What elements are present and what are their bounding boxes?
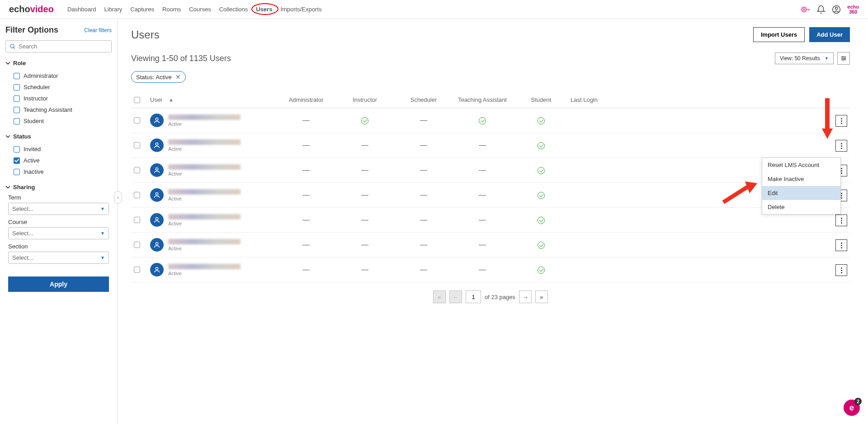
course-label: Course — [8, 219, 112, 225]
role-instructor[interactable]: Instructor — [5, 93, 112, 104]
page-first-button[interactable]: « — [433, 291, 446, 303]
sidebar-collapse-button[interactable]: ‹ — [114, 191, 122, 204]
dash-icon: — — [479, 216, 486, 224]
check-icon — [538, 167, 545, 174]
header-student[interactable]: Student — [512, 96, 571, 103]
section-label: Section — [8, 243, 112, 250]
echo360-line1: echo — [847, 5, 859, 10]
search-box[interactable] — [5, 40, 112, 52]
header-ta[interactable]: Teaching Assistant — [453, 96, 512, 103]
clear-filters-link[interactable]: Clear filters — [84, 27, 112, 33]
search-input[interactable] — [19, 43, 108, 50]
status-group-toggle[interactable]: Status — [5, 133, 112, 140]
select-all-checkbox[interactable] — [134, 97, 140, 103]
row-more-button[interactable] — [835, 115, 847, 127]
table-row: Active———— — [131, 158, 850, 183]
nav-users[interactable]: Users — [256, 6, 272, 13]
status-inactive[interactable]: Inactive — [5, 166, 112, 177]
add-user-button[interactable]: Add User — [809, 27, 850, 42]
sharing-label: Sharing — [13, 184, 35, 191]
cell-admin: — — [277, 191, 335, 199]
avatar — [150, 188, 164, 202]
row-checkbox[interactable] — [134, 192, 140, 198]
nav-dashboard[interactable]: Dashboard — [67, 6, 96, 13]
page-next-button[interactable]: → — [519, 291, 532, 303]
check-icon — [479, 117, 486, 124]
help-badge[interactable]: e2 — [844, 400, 860, 416]
row-more-button[interactable] — [835, 214, 847, 226]
check-icon — [538, 242, 545, 249]
section-select[interactable]: Select...▼ — [8, 252, 109, 264]
notifications-icon[interactable] — [816, 5, 826, 14]
row-checkbox[interactable] — [134, 242, 140, 248]
row-checkbox[interactable] — [134, 117, 140, 124]
echo360-icon[interactable]: echo 360 — [847, 5, 859, 14]
header-admin[interactable]: Administrator — [277, 96, 335, 103]
cell-student — [512, 167, 571, 174]
nav-collections[interactable]: Collections — [219, 6, 248, 13]
svg-point-2 — [835, 7, 838, 10]
row-checkbox[interactable] — [134, 267, 140, 273]
menu-make-inactive[interactable]: Make Inactive — [762, 172, 840, 186]
header-login[interactable]: Last Login — [571, 96, 638, 103]
course-select[interactable]: Select...▼ — [8, 227, 109, 239]
dash-icon: — — [302, 116, 310, 124]
dash-icon: — — [361, 141, 368, 149]
apply-button[interactable]: Apply — [8, 276, 109, 292]
filter-settings-button[interactable] — [837, 52, 850, 65]
close-icon[interactable]: ✕ — [175, 73, 181, 81]
header-icons: echo 360 — [801, 5, 859, 14]
menu-reset-lms[interactable]: Reset LMS Account — [762, 158, 840, 172]
svg-point-3 — [10, 44, 14, 48]
nav-captures[interactable]: Captures — [130, 6, 154, 13]
status-active[interactable]: Active — [5, 155, 112, 166]
sharing-group-toggle[interactable]: Sharing — [5, 184, 112, 191]
dash-icon: — — [479, 166, 486, 174]
active-filter-chip[interactable]: Status: Active ✕ — [131, 71, 186, 83]
row-checkbox[interactable] — [134, 142, 140, 148]
nav-courses[interactable]: Courses — [189, 6, 211, 13]
role-teaching-assistant[interactable]: Teaching Assistant — [5, 104, 112, 115]
user-status: Active — [168, 171, 241, 176]
row-more-button[interactable] — [835, 264, 847, 276]
row-checkbox[interactable] — [134, 167, 140, 173]
cell-instructor: — — [335, 266, 394, 274]
nav-rooms[interactable]: Rooms — [162, 6, 181, 13]
header-user[interactable]: User▲ — [150, 96, 277, 103]
main-content: Users Import Users Add User Viewing 1-50… — [118, 19, 868, 424]
dash-icon: — — [479, 266, 486, 273]
account-icon[interactable] — [832, 5, 841, 14]
view-results-dropdown[interactable]: View: 50 Results ▼ — [775, 52, 834, 64]
page-input[interactable] — [466, 291, 481, 303]
role-administrator[interactable]: Administrator — [5, 70, 112, 81]
dash-icon: — — [420, 166, 427, 174]
avatar — [150, 238, 164, 252]
page-last-button[interactable]: » — [535, 291, 548, 303]
import-users-button[interactable]: Import Users — [753, 27, 805, 42]
role-student[interactable]: Student — [5, 115, 112, 127]
role-scheduler[interactable]: Scheduler — [5, 81, 112, 93]
avatar — [150, 163, 164, 177]
row-checkbox[interactable] — [134, 217, 140, 223]
nav-imports-exports[interactable]: Imports/Exports — [280, 6, 321, 13]
status-invited[interactable]: Invited — [5, 143, 112, 155]
row-more-button[interactable] — [835, 140, 847, 152]
dash-icon: — — [420, 191, 427, 199]
cell-instructor: — — [335, 216, 394, 224]
svg-point-0 — [803, 9, 805, 10]
row-more-button[interactable] — [835, 239, 847, 251]
header-instructor[interactable]: Instructor — [335, 96, 394, 103]
sliders-icon — [840, 55, 847, 62]
term-select[interactable]: Select...▼ — [8, 203, 109, 215]
header-scheduler[interactable]: Scheduler — [394, 96, 453, 103]
settings-icon[interactable] — [801, 5, 810, 14]
menu-edit[interactable]: Edit — [762, 186, 840, 200]
page-prev-button[interactable]: ← — [449, 291, 462, 303]
more-icon — [841, 243, 842, 248]
role-group-toggle[interactable]: Role — [5, 60, 112, 67]
cell-ta: — — [453, 241, 512, 249]
menu-delete[interactable]: Delete — [762, 200, 840, 214]
nav-library[interactable]: Library — [104, 6, 123, 13]
logo[interactable]: echovideo — [9, 4, 54, 14]
cell-student — [512, 266, 571, 274]
